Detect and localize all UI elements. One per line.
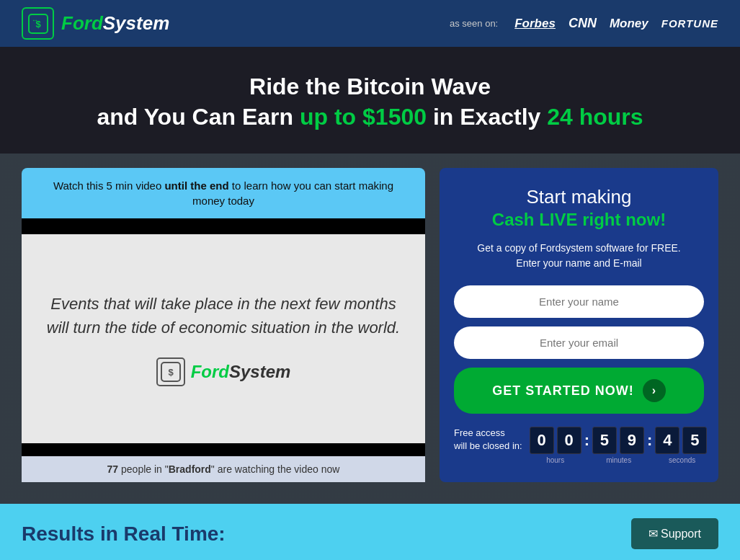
countdown-area: Free access will be closed in: 0 0 : 5 9… (454, 427, 704, 464)
logo-system: System (103, 12, 170, 34)
watchers-location: Bradford (169, 463, 211, 475)
digit-labels: hours minutes seconds (530, 456, 708, 464)
label-seconds: seconds (656, 456, 708, 464)
cnn-logo: CNN (569, 16, 597, 31)
countdown-digits: 0 0 : 5 9 : 4 5 (530, 427, 708, 454)
logo-ford: Ford (61, 12, 103, 34)
cta-label: GET STARTED NOW! (492, 383, 634, 399)
separator-2: : (647, 431, 652, 450)
hero-line2-prefix: and You Can Earn (97, 104, 300, 130)
svg-text:↔: ↔ (32, 17, 38, 24)
hero-line2-suffix: in Exactly (427, 104, 547, 130)
email-input[interactable] (454, 326, 704, 359)
logo-text: FordSystem (61, 12, 169, 35)
separator-1: : (584, 431, 589, 450)
video-bottom-bar (22, 443, 425, 456)
support-label: ✉ Support (648, 527, 701, 541)
forbes-logo: Forbes (514, 17, 556, 31)
video-top-bar (22, 218, 425, 234)
header: $ ↔ FordSystem as seen on: Forbes CNN Mo… (0, 0, 740, 47)
video-body-text: Events that will take place in the next … (43, 292, 404, 339)
video-watchers: 77 people in "Bradford" are watching the… (22, 456, 425, 482)
countdown-digits-wrapper: 0 0 : 5 9 : 4 5 hours minutes seconds (530, 427, 708, 464)
logo-icon: $ ↔ (22, 7, 54, 40)
logo-area: $ ↔ FordSystem (22, 7, 169, 40)
video-container[interactable]: Events that will take place in the next … (22, 218, 425, 456)
video-content-area: Events that will take place in the next … (22, 234, 425, 443)
hero-heading: Ride the Bitcoin Wave and You Can Earn u… (14, 72, 726, 132)
media-logos: as seen on: Forbes CNN Money FORTUNE (450, 16, 718, 31)
form-panel: Start making Cash LIVE right now! Get a … (440, 168, 718, 482)
form-heading1: Start making (527, 186, 632, 208)
minutes-digit-1: 5 (592, 427, 617, 454)
seconds-digit-1: 4 (655, 427, 679, 454)
svg-text:$: $ (168, 367, 174, 378)
name-input[interactable] (454, 285, 704, 318)
hero-hours: 24 hours (547, 104, 643, 130)
video-notice: Watch this 5 min video until the end to … (22, 168, 425, 218)
label-hours: hours (530, 456, 581, 464)
video-logo-text: FordSystem (191, 362, 291, 382)
video-logo-system: System (229, 362, 290, 381)
label-minutes: minutes (593, 456, 645, 464)
hero-line1: Ride the Bitcoin Wave (249, 74, 491, 99)
cta-arrow-icon: › (643, 379, 666, 402)
hero-amount: up to $1500 (300, 104, 427, 130)
watchers-suffix: are watching the video now (215, 463, 340, 475)
video-panel: Watch this 5 min video until the end to … (22, 168, 425, 482)
video-logo: $ FordSystem (156, 357, 291, 386)
footer-title: Results in Real Time: (22, 523, 226, 546)
get-started-button[interactable]: GET STARTED NOW! › (454, 368, 704, 414)
hours-digit-2: 0 (557, 427, 581, 454)
countdown-label: Free access will be closed in: (454, 427, 522, 453)
video-notice-bold: until the end (164, 179, 228, 192)
video-notice-text: Watch this 5 min video (53, 179, 165, 192)
hero-section: Ride the Bitcoin Wave and You Can Earn u… (0, 47, 740, 154)
form-heading2: Cash LIVE right now! (492, 210, 666, 230)
main-content: Watch this 5 min video until the end to … (0, 154, 740, 504)
footer-bar: Results in Real Time: ✉ Support (0, 504, 740, 560)
hours-digit-1: 0 (530, 427, 554, 454)
money-logo: Money (610, 17, 648, 31)
seconds-digit-2: 5 (682, 427, 707, 454)
support-button[interactable]: ✉ Support (631, 518, 718, 549)
minutes-digit-2: 9 (620, 427, 644, 454)
video-logo-ford: Ford (191, 362, 229, 381)
watchers-count: 77 (107, 463, 119, 475)
form-description: Get a copy of Fordsystem software for FR… (477, 241, 680, 271)
fortune-logo: FORTUNE (661, 17, 718, 30)
video-logo-icon: $ (156, 357, 185, 386)
as-seen-on-label: as seen on: (450, 18, 498, 29)
